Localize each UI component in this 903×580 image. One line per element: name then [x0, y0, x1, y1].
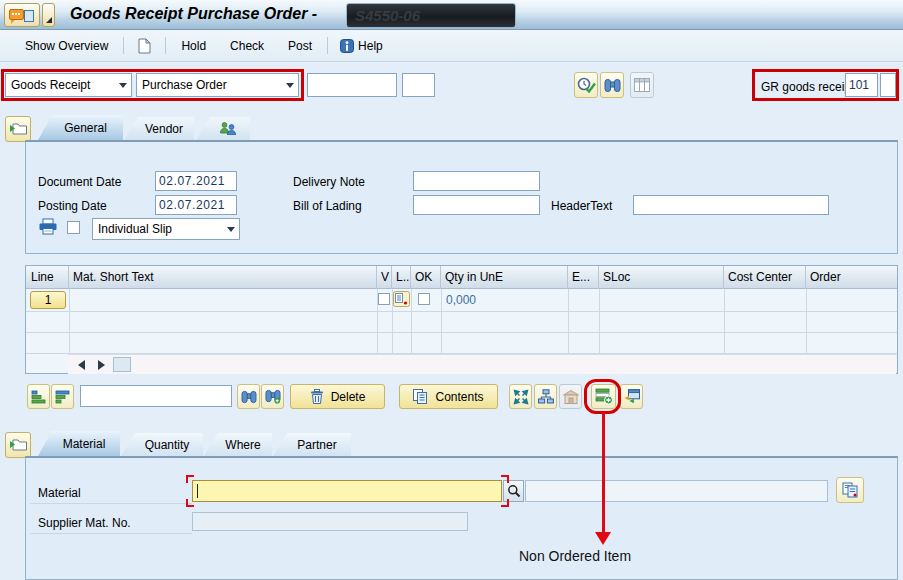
grid-line [411, 289, 412, 354]
row1-v-checkbox[interactable] [378, 293, 390, 305]
grid-line [724, 289, 725, 354]
col-sloc[interactable]: SLoc [599, 266, 724, 289]
redacted-title-text: S4550-06 [346, 3, 516, 28]
tab-partner-label: Partner [297, 438, 336, 452]
detail-collapse-button[interactable] [5, 432, 31, 458]
toolbar-separator [123, 37, 124, 54]
col-v[interactable]: V [377, 266, 392, 289]
sort-descending-icon [55, 390, 70, 404]
sap-services-button[interactable] [4, 3, 40, 27]
sort-descending-button[interactable] [51, 384, 74, 409]
supplier-mat-input[interactable] [192, 512, 468, 531]
binoculars-icon [241, 390, 257, 404]
tab-quantity[interactable]: Quantity [121, 433, 203, 456]
tab-vendor[interactable]: Vendor [124, 117, 194, 140]
grid-line [599, 289, 600, 354]
warehouse-button[interactable] [559, 384, 582, 409]
application-toolbar: Show Overview Hold Check Post Help [0, 30, 903, 62]
expand-all-button[interactable] [509, 384, 532, 409]
material-description-field[interactable] [525, 480, 828, 502]
search-icon [507, 484, 521, 498]
col-qty-in-une[interactable]: Qty in UnE [441, 266, 568, 289]
slip-type-dropdown[interactable]: Individual Slip [92, 218, 240, 240]
text-cursor [197, 484, 198, 498]
highlight-box-transaction [1, 69, 304, 101]
header-collapse-button[interactable] [5, 116, 31, 142]
grid-line [26, 332, 897, 333]
table-find-next-button[interactable] [261, 384, 284, 409]
item-number-input[interactable] [402, 73, 435, 97]
find-next-button[interactable] [630, 72, 654, 98]
header-text-input[interactable] [633, 195, 829, 215]
grid-line [568, 289, 569, 354]
tab-partner[interactable]: Partner [273, 433, 351, 456]
closed-folder-icon [9, 121, 27, 136]
items-table-header: Line Mat. Short Text V L.. OK Qty in UnE… [26, 266, 897, 289]
post-button[interactable]: Post [279, 34, 321, 58]
delete-button[interactable]: Delete [290, 384, 385, 409]
tab-material[interactable]: Material [38, 431, 120, 456]
col-mat-short-text[interactable]: Mat. Short Text [69, 266, 377, 289]
help-button[interactable]: Help [334, 35, 389, 57]
help-label: Help [358, 39, 383, 53]
tab-where[interactable]: Where [204, 433, 272, 456]
col-e[interactable]: E... [568, 266, 599, 289]
material-input[interactable] [192, 480, 502, 502]
document-number-input[interactable] [307, 73, 397, 97]
row1-line-button[interactable]: 1 [30, 291, 66, 309]
tab-general[interactable]: General [38, 115, 123, 140]
item-detail-button[interactable] [620, 384, 643, 409]
row1-detail-button[interactable] [393, 291, 410, 307]
title-bar: Goods Receipt Purchase Order - S4550-06 [0, 0, 903, 30]
row1-ok-checkbox[interactable] [418, 293, 430, 305]
col-l[interactable]: L.. [392, 266, 411, 289]
info-icon [340, 39, 354, 53]
toolbar-separator [165, 37, 166, 54]
bill-of-lading-input[interactable] [413, 195, 540, 215]
show-overview-button[interactable]: Show Overview [16, 34, 117, 58]
row1-qty-value: 0,000 [446, 293, 476, 307]
sort-ascending-button[interactable] [27, 384, 50, 409]
check-button[interactable]: Check [221, 34, 273, 58]
annotation-circle [584, 379, 621, 414]
print-slip-checkbox[interactable] [67, 221, 80, 234]
col-order[interactable]: Order [806, 266, 897, 289]
document-date-input[interactable] [155, 171, 237, 191]
annotation-bracket [501, 475, 509, 483]
col-cost-center[interactable]: Cost Center [724, 266, 806, 289]
grid-icon [634, 78, 650, 92]
hierarchy-button[interactable] [534, 384, 557, 409]
delivery-note-label: Delivery Note [293, 175, 365, 189]
printer-icon [38, 218, 58, 235]
material-label: Material [38, 486, 81, 500]
new-document-button[interactable] [130, 34, 159, 58]
delivery-note-input[interactable] [413, 171, 540, 191]
scroll-left-button[interactable] [71, 356, 91, 374]
print-button[interactable] [38, 218, 58, 235]
execute-clock-check-icon [577, 77, 596, 94]
toolbar-separator [327, 37, 328, 54]
table-find-button[interactable] [237, 384, 260, 409]
execute-button[interactable] [574, 72, 598, 98]
contents-button[interactable]: Contents [399, 384, 498, 409]
material-info-button[interactable] [836, 477, 864, 503]
people-icon [219, 122, 237, 135]
col-ok[interactable]: OK [411, 266, 441, 289]
scrollbar-thumb[interactable] [113, 357, 131, 372]
annotation-bracket [186, 499, 194, 507]
posting-date-input[interactable] [155, 195, 237, 215]
annotation-bracket [186, 475, 194, 483]
scroll-right-button[interactable] [91, 356, 111, 374]
col-line[interactable]: Line [27, 266, 69, 289]
detail-window-icon [624, 389, 640, 404]
grid-line [69, 289, 70, 354]
tab-partners[interactable] [196, 117, 250, 140]
layout-menu-button[interactable] [42, 3, 55, 27]
delete-button-label: Delete [331, 390, 366, 404]
table-filter-input[interactable] [80, 385, 232, 407]
hold-button[interactable]: Hold [172, 34, 215, 58]
supplier-mat-label: Supplier Mat. No. [38, 516, 131, 530]
tab-quantity-label: Quantity [145, 438, 190, 452]
find-button[interactable] [600, 72, 624, 98]
annotation-bracket [501, 499, 509, 507]
